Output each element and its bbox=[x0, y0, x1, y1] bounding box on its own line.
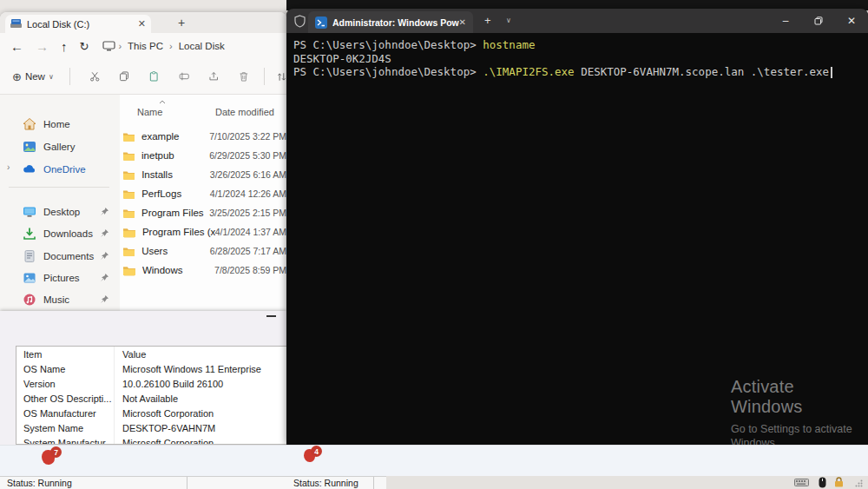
status-divider bbox=[373, 477, 374, 489]
explorer-sidebar: Home Gallery › OneDrive Desktop bbox=[0, 95, 120, 311]
terminal-title-bar[interactable]: Administrator: Windows Pow ✕ + ∨ – ✕ bbox=[286, 9, 868, 33]
column-header-item[interactable]: Item bbox=[16, 349, 114, 360]
file-row[interactable]: Users 6/28/2025 7:17 AM bbox=[120, 241, 286, 261]
sidebar-item-desktop[interactable]: Desktop bbox=[0, 202, 120, 222]
pin-icon bbox=[100, 251, 109, 261]
tab-dropdown-icon[interactable]: ∨ bbox=[506, 17, 511, 24]
restore-button[interactable] bbox=[802, 9, 835, 33]
status-text: Status: Running bbox=[7, 478, 72, 488]
terminal-tab[interactable]: Administrator: Windows Pow ✕ bbox=[308, 11, 473, 33]
sidebar-item-home[interactable]: Home bbox=[0, 114, 120, 135]
tab-close-icon[interactable]: ✕ bbox=[138, 19, 146, 29]
file-date: 3/25/2025 2:15 PM bbox=[209, 208, 286, 218]
value-cell: Microsoft Windows 11 Enterprise bbox=[114, 364, 261, 374]
sidebar-item-gallery[interactable]: Gallery bbox=[0, 136, 120, 157]
table-row[interactable]: Version 10.0.26100 Build 26100 bbox=[16, 376, 286, 391]
table-row[interactable]: OS Manufacturer Microsoft Corporation bbox=[16, 406, 286, 420]
sidebar-item-onedrive[interactable]: › OneDrive bbox=[0, 159, 120, 180]
system-info-table[interactable]: Item Value OS Name Microsoft Windows 11 … bbox=[16, 346, 286, 445]
explorer-tab-bar: Local Disk (C:) ✕ + bbox=[0, 12, 286, 33]
pin-icon bbox=[100, 294, 109, 304]
forward-icon[interactable]: → bbox=[36, 39, 49, 54]
sidebar-item-pictures[interactable]: Pictures bbox=[0, 268, 120, 288]
explorer-tab[interactable]: Local Disk (C:) ✕ bbox=[5, 15, 151, 33]
onedrive-icon bbox=[23, 162, 36, 176]
keyboard-icon[interactable] bbox=[794, 479, 809, 486]
text-cursor bbox=[831, 67, 832, 78]
back-icon[interactable]: ← bbox=[10, 39, 23, 54]
terminal-console[interactable]: PS C:\Users\johndoe\Desktop> hostname DE… bbox=[293, 38, 832, 79]
notification-badge: 7 bbox=[50, 446, 62, 458]
sidebar-item-documents[interactable]: Documents bbox=[0, 246, 120, 267]
table-row[interactable]: Other OS Descripti... Not Available bbox=[16, 391, 286, 406]
cut-icon[interactable] bbox=[89, 69, 100, 83]
minimize-button[interactable]: – bbox=[769, 9, 802, 33]
copy-icon[interactable] bbox=[119, 69, 129, 83]
watermark-body: Go to Settings to activate Windows. bbox=[731, 422, 861, 445]
watermark-title: Activate Windows bbox=[731, 377, 868, 417]
breadcrumb-local-disk[interactable]: Local Disk bbox=[179, 41, 225, 51]
mouse-icon[interactable] bbox=[819, 477, 826, 488]
file-row[interactable]: Program Files (x86) 4/1/2024 1:37 AM bbox=[120, 222, 286, 241]
table-row[interactable]: OS Name Microsoft Windows 11 Enterprise bbox=[16, 361, 286, 376]
column-header-name[interactable]: Name bbox=[137, 107, 162, 117]
activate-windows-watermark: Activate Windows Go to Settings to activ… bbox=[731, 377, 868, 445]
explorer-nav-bar: ← → ↑ ↻ › This PC › Local Disk bbox=[0, 33, 286, 59]
expand-chevron-icon[interactable]: › bbox=[7, 162, 10, 172]
file-date: 6/29/2025 5:30 PM bbox=[209, 150, 286, 161]
share-icon[interactable] bbox=[208, 69, 219, 83]
status-bar-left: Status: Running Status: Running bbox=[0, 476, 386, 489]
table-row[interactable]: System Manufactur... Microsoft Corporati… bbox=[16, 435, 286, 445]
pictures-icon bbox=[23, 271, 36, 285]
chevron-down-icon: ∨ bbox=[49, 73, 54, 81]
sidebar-item-music[interactable]: Music bbox=[0, 289, 120, 310]
value-cell: Microsoft Corporation bbox=[114, 408, 214, 419]
file-row[interactable]: Program Files 3/25/2025 2:15 PM bbox=[120, 203, 286, 222]
tab-close-icon[interactable]: ✕ bbox=[459, 17, 466, 27]
table-row[interactable]: System Name DESKTOP-6VAHN7M bbox=[16, 420, 286, 435]
value-cell: Microsoft Corporation bbox=[114, 438, 214, 446]
new-button[interactable]: ⊕ New ∨ bbox=[12, 70, 54, 83]
item-cell: OS Name bbox=[16, 364, 114, 374]
pin-icon bbox=[100, 207, 109, 216]
file-row[interactable]: inetpub 6/29/2025 5:30 PM bbox=[120, 146, 286, 165]
breadcrumb-chevron-icon: › bbox=[169, 41, 173, 51]
column-header-date[interactable]: Date modified bbox=[215, 107, 274, 117]
folder-icon bbox=[123, 188, 135, 200]
close-button[interactable]: ✕ bbox=[835, 9, 868, 33]
up-icon[interactable]: ↑ bbox=[61, 39, 68, 54]
sort-icon[interactable] bbox=[277, 70, 286, 83]
resize-grip-icon[interactable] bbox=[855, 479, 863, 487]
column-divider bbox=[114, 347, 115, 444]
lock-icon[interactable] bbox=[834, 477, 844, 487]
column-header-value[interactable]: Value bbox=[114, 349, 146, 360]
file-row[interactable]: Windows 7/8/2025 8:59 PM bbox=[120, 261, 286, 280]
sidebar-item-label: OneDrive bbox=[43, 164, 120, 175]
sort-ascending-icon[interactable] bbox=[159, 100, 166, 104]
paste-icon[interactable] bbox=[148, 69, 159, 83]
sidebar-item-downloads[interactable]: Downloads bbox=[0, 223, 120, 244]
item-cell: System Name bbox=[16, 423, 114, 433]
item-cell: Other OS Descripti... bbox=[16, 393, 114, 404]
file-date: 6/28/2025 7:17 AM bbox=[210, 246, 286, 256]
refresh-icon[interactable]: ↻ bbox=[80, 40, 89, 53]
rename-icon[interactable] bbox=[179, 69, 189, 83]
file-date: 4/1/2024 1:37 AM bbox=[215, 227, 286, 237]
sidebar-divider bbox=[9, 187, 109, 188]
file-row[interactable]: example 7/10/2025 3:22 PM bbox=[120, 127, 286, 146]
breadcrumb-this-pc[interactable]: This PC bbox=[128, 41, 163, 51]
delete-icon[interactable] bbox=[239, 69, 249, 83]
taskbar: 7 M365 4 bbox=[0, 445, 868, 477]
value-cell: DESKTOP-6VAHN7M bbox=[114, 423, 215, 433]
pin-icon bbox=[100, 273, 109, 282]
file-row[interactable]: PerfLogs 4/1/2024 12:26 AM bbox=[120, 184, 286, 203]
command-text: hostname bbox=[483, 38, 535, 51]
divider bbox=[69, 68, 70, 85]
command-text: .\IMAPI2FS.exe bbox=[483, 65, 574, 78]
new-tab-button[interactable]: + bbox=[178, 16, 185, 30]
file-row[interactable]: Installs 3/26/2025 6:16 AM bbox=[120, 165, 286, 184]
terminal-tab-title: Administrator: Windows Pow bbox=[332, 17, 459, 28]
new-tab-button[interactable]: + bbox=[484, 14, 491, 27]
minimize-icon[interactable] bbox=[266, 315, 276, 317]
new-button-label: New bbox=[25, 71, 45, 82]
